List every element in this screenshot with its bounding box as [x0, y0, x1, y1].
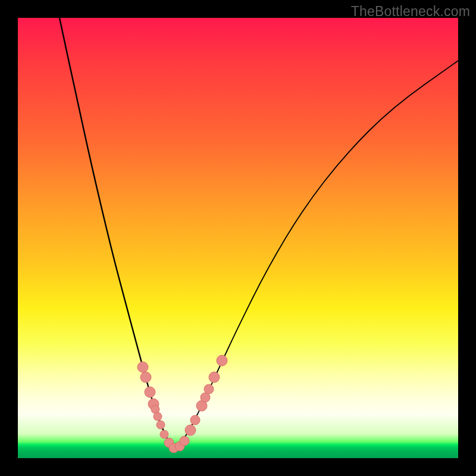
data-dot: [185, 425, 196, 436]
watermark-text: TheBottleneck.com: [351, 4, 470, 20]
data-dot: [190, 415, 200, 425]
data-dot: [209, 372, 220, 383]
bottleneck-curve-left: [60, 18, 174, 449]
data-dot: [180, 436, 189, 446]
data-dot: [156, 421, 165, 429]
plot-area: [18, 18, 458, 458]
data-dot: [154, 412, 162, 421]
data-dot: [137, 362, 148, 372]
data-dots-group: [137, 355, 227, 453]
data-dot: [204, 384, 214, 394]
data-dot: [140, 372, 151, 383]
bottleneck-curve-right: [174, 61, 458, 449]
data-dot: [217, 355, 227, 366]
curve-svg: [18, 18, 458, 458]
data-dot: [145, 387, 155, 397]
chart-canvas: TheBottleneck.com: [0, 0, 476, 476]
data-dot: [160, 430, 168, 439]
